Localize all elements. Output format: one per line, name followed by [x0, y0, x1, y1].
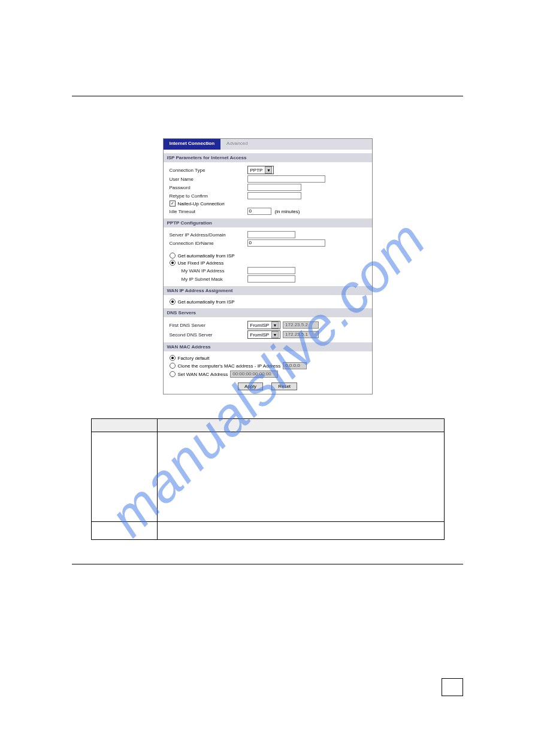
fixed-ip-radio[interactable] — [170, 260, 176, 266]
section-dns-servers: DNS Servers — [164, 308, 372, 317]
my-wan-ip-input[interactable] — [247, 267, 295, 274]
dropdown-arrow-icon: ▼ — [265, 166, 272, 174]
first-dns-select[interactable]: FromISP ▼ — [247, 321, 281, 329]
dropdown-arrow-icon: ▼ — [271, 321, 279, 329]
first-dns-value: 172.23.5.2 — [283, 321, 319, 329]
clone-mac-radio[interactable] — [170, 363, 176, 369]
section-wan-mac: WAN MAC Address — [164, 342, 372, 351]
table-cell-r1c2 — [157, 432, 444, 522]
connection-type-label: Connection Type — [170, 168, 247, 173]
idle-timeout-suffix: (in minutes) — [275, 209, 300, 214]
idle-timeout-input[interactable]: 0 — [247, 208, 271, 215]
retype-input[interactable] — [247, 192, 301, 199]
clone-ip-value: 0.0.0.0 — [283, 362, 307, 369]
wan-auto-radio[interactable] — [170, 299, 176, 305]
tab-advanced[interactable]: Advanced — [220, 139, 254, 150]
table-cell-r2c2 — [157, 522, 444, 540]
reset-button[interactable]: Reset — [271, 382, 297, 390]
section-wan-assignment: WAN IP Address Assignment — [164, 286, 372, 295]
config-screenshot: Internet Connection Advanced ISP Paramet… — [163, 138, 373, 394]
password-input[interactable] — [247, 184, 301, 191]
set-mac-radio[interactable] — [170, 371, 176, 377]
second-dns-select[interactable]: FromISP ▼ — [247, 330, 281, 339]
first-dns-label: First DNS Server — [170, 323, 247, 328]
factory-default-label: Factory default — [178, 356, 210, 361]
retype-label: Retype to Confirm — [170, 193, 247, 199]
tab-bar: Internet Connection Advanced — [164, 139, 372, 150]
clone-mac-label: Clone the computer's MAC address - IP Ad… — [178, 363, 281, 369]
table-cell-r2c1 — [91, 522, 157, 540]
my-subnet-label: My IP Subnet Mask — [182, 277, 247, 282]
table-cell-r1c1 — [91, 432, 157, 522]
footer-rule — [72, 564, 463, 564]
get-auto-label: Get automatically from ISP — [178, 253, 235, 259]
second-dns-source: FromISP — [250, 332, 270, 338]
set-mac-value: 00:00:00:00:00:00 — [230, 371, 278, 378]
nailed-up-label: Nailed-Up Connection — [178, 201, 225, 207]
header-rule — [72, 96, 463, 96]
fixed-ip-label: Use Fixed IP Address — [178, 260, 224, 266]
username-input[interactable] — [247, 175, 325, 183]
conn-id-label: Connection ID/Name — [170, 241, 247, 246]
tab-internet-connection[interactable]: Internet Connection — [164, 139, 221, 150]
nailed-up-checkbox[interactable]: ✓ — [170, 201, 176, 207]
username-label: User Name — [170, 177, 247, 182]
table-header-2 — [157, 419, 444, 432]
connection-type-value: PPTP — [250, 168, 263, 173]
second-dns-label: Second DNS Server — [170, 332, 247, 338]
wan-auto-label: Get automatically from ISP — [178, 299, 235, 305]
first-dns-source: FromISP — [250, 323, 270, 328]
factory-default-radio[interactable] — [170, 355, 176, 361]
section-isp-params: ISP Parameters for Internet Access — [164, 153, 372, 162]
apply-button[interactable]: Apply — [238, 382, 263, 390]
section-pptp-config: PPTP Configuration — [164, 218, 372, 227]
dropdown-arrow-icon: ▼ — [271, 331, 279, 338]
my-wan-ip-label: My WAN IP Address — [182, 268, 247, 274]
idle-timeout-label: Idle Timeout — [170, 209, 247, 214]
connection-type-select[interactable]: PPTP ▼ — [247, 166, 274, 174]
server-ip-label: Server IP Address/Domain — [170, 232, 247, 238]
server-ip-input[interactable] — [247, 231, 295, 238]
table-header-1 — [91, 419, 157, 432]
description-table — [91, 418, 445, 540]
password-label: Password — [170, 185, 247, 190]
set-mac-label: Set WAN MAC Address — [178, 372, 228, 377]
my-subnet-input[interactable] — [247, 275, 295, 283]
page-number-box — [442, 678, 463, 696]
get-auto-radio[interactable] — [170, 253, 176, 259]
second-dns-value: 172.23.5.1 — [283, 331, 319, 338]
conn-id-input[interactable]: 0 — [247, 239, 325, 247]
